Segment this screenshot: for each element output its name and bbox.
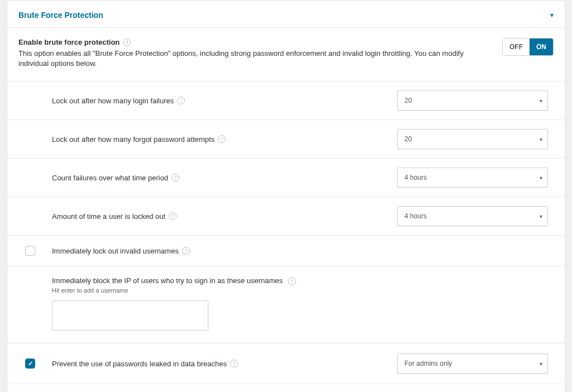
help-icon[interactable]: ?	[169, 212, 177, 220]
login-failures-select[interactable]: 20	[397, 90, 548, 111]
forgot-attempts-label: Lock out after how many forgot password …	[52, 135, 214, 144]
toggle-off-button[interactable]: OFF	[503, 39, 530, 55]
panel-title: Brute Force Protection	[18, 11, 103, 20]
leaked-pw-label: Prevent the use of passwords leaked in d…	[52, 360, 227, 368]
block-ip-label: Immediately block the IP of users who tr…	[52, 276, 283, 285]
forgot-attempts-select[interactable]: 20	[397, 129, 548, 149]
block-ip-row: Immediately block the IP of users who tr…	[7, 266, 565, 343]
count-period-label: Count failures over what time period	[52, 174, 168, 182]
help-icon[interactable]: ?	[182, 247, 190, 255]
block-ip-hint: Hit enter to add a username	[52, 287, 554, 294]
brute-force-panel: Brute Force Protection ▾ Enable brute fo…	[7, 0, 565, 392]
login-failures-row: Lock out after how many login failures ?…	[7, 81, 565, 119]
enable-row: Enable brute force protection ? This opt…	[7, 27, 565, 81]
help-icon[interactable]: ?	[218, 135, 226, 143]
enable-desc: This option enables all "Brute Force Pro…	[18, 49, 491, 69]
help-icon[interactable]: ?	[171, 174, 179, 181]
lockout-time-select[interactable]: 4 hours	[397, 206, 548, 226]
enable-text: Enable brute force protection ? This opt…	[18, 38, 502, 69]
help-icon[interactable]: ?	[230, 360, 238, 367]
panel-header[interactable]: Brute Force Protection ▾	[7, 1, 565, 27]
login-failures-label: Lock out after how many login failures	[52, 97, 174, 105]
help-icon[interactable]: ?	[123, 39, 131, 46]
lockout-time-label: Amount of time a user is locked out	[52, 212, 165, 221]
help-icon[interactable]: ?	[288, 278, 296, 285]
forgot-attempts-row: Lock out after how many forgot password …	[7, 119, 565, 158]
invalid-usernames-label: Immediately lock out invalid usernames	[52, 247, 179, 255]
toggle-on-button[interactable]: ON	[530, 39, 553, 55]
block-ip-input[interactable]	[52, 300, 208, 331]
enable-title: Enable brute force protection	[18, 38, 120, 46]
leaked-pw-select[interactable]: For admins only	[397, 353, 548, 374]
caret-down-icon: ▾	[550, 11, 554, 19]
count-period-row: Count failures over what time period ? 4…	[7, 158, 565, 197]
additional-options-heading: Additional Options	[7, 384, 565, 392]
leaked-pw-row: Prevent the use of passwords leaked in d…	[7, 343, 565, 384]
invalid-usernames-row: Immediately lock out invalid usernames ?	[7, 235, 565, 266]
count-period-select[interactable]: 4 hours	[397, 168, 548, 188]
leaked-pw-checkbox[interactable]	[25, 358, 35, 369]
lockout-time-row: Amount of time a user is locked out ? 4 …	[7, 197, 565, 235]
invalid-usernames-checkbox[interactable]	[25, 246, 35, 256]
enable-toggle[interactable]: OFF ON	[502, 38, 554, 56]
help-icon[interactable]: ?	[177, 97, 185, 104]
